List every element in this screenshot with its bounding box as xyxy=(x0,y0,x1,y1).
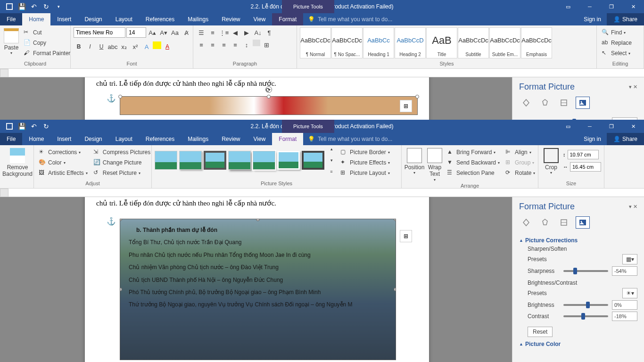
justify-icon[interactable]: ≡ xyxy=(230,40,240,50)
bring-forward-button[interactable]: ▲Bring Forward ▾ xyxy=(445,147,502,157)
qat-more-icon[interactable]: ▾ xyxy=(53,1,64,12)
grow-font-icon[interactable]: A▴ xyxy=(147,27,157,38)
show-marks-icon[interactable]: ¶ xyxy=(264,27,274,38)
tab-insert[interactable]: Insert xyxy=(50,13,78,25)
cut-button[interactable]: ✂Cut xyxy=(22,27,72,38)
tab-format[interactable]: Format xyxy=(272,133,303,145)
resize-handle[interactable] xyxy=(120,219,122,221)
find-button[interactable]: 🔍Find ▾ xyxy=(600,27,634,38)
layout-options-icon[interactable]: ⊞ xyxy=(400,230,412,242)
pane-tab-fill-icon[interactable] xyxy=(519,97,533,109)
tab-file[interactable]: File xyxy=(0,133,22,145)
tab-insert[interactable]: Insert xyxy=(50,133,78,145)
shrink-font-icon[interactable]: A▾ xyxy=(158,27,169,38)
selected-image[interactable]: ⟳ xyxy=(120,96,418,115)
ruler-horizontal[interactable] xyxy=(0,189,644,197)
reset-button[interactable]: Reset xyxy=(528,327,553,337)
word-icon[interactable] xyxy=(4,1,15,12)
align-button[interactable]: ⊫Align ▾ xyxy=(504,147,537,157)
bullets-icon[interactable]: ☰ xyxy=(196,27,206,38)
width-input[interactable]: 16.45 cm xyxy=(570,162,601,172)
selection-pane-button[interactable]: ☰Selection Pane xyxy=(445,168,502,178)
position-button[interactable]: Position▾ xyxy=(405,147,424,176)
replace-button[interactable]: abReplace xyxy=(600,38,634,48)
change-case-icon[interactable]: Aa xyxy=(170,27,180,38)
tellme-search[interactable]: 💡Tell me what you want to do... xyxy=(303,13,578,25)
strike-button[interactable]: abc xyxy=(107,41,118,52)
resize-handle[interactable] xyxy=(120,288,122,291)
tab-home[interactable]: Home xyxy=(22,133,50,145)
gallery-down-icon[interactable]: ▾ xyxy=(326,155,337,165)
resize-handle[interactable] xyxy=(394,288,396,291)
tab-layout[interactable]: Layout xyxy=(109,133,139,145)
tab-references[interactable]: References xyxy=(139,13,181,25)
save-icon[interactable]: 💾 xyxy=(16,1,27,12)
tab-layout[interactable]: Layout xyxy=(109,13,139,25)
pane-tab-layout-icon[interactable] xyxy=(557,97,571,109)
ribbon-options-icon[interactable]: ▭ xyxy=(557,120,579,133)
tab-review[interactable]: Review xyxy=(215,133,247,145)
style-item[interactable]: AaBbCcDcSubtitle xyxy=(458,27,489,58)
style-item[interactable]: AaBbCcDcSubtle Em... xyxy=(489,27,520,58)
tab-home[interactable]: Home xyxy=(22,13,50,25)
rotate-handle-icon[interactable]: ⟳ xyxy=(265,86,272,93)
section-picture-color[interactable]: ▲Picture Color xyxy=(519,341,637,347)
bold-button[interactable]: B xyxy=(74,41,84,52)
artistic-effects-button[interactable]: 🖼Artistic Effects ▾ xyxy=(37,168,90,178)
tab-design[interactable]: Design xyxy=(78,13,108,25)
numbering-icon[interactable]: ≡ xyxy=(207,27,218,38)
copy-button[interactable]: 📄Copy xyxy=(22,38,72,48)
wrap-text-button[interactable]: Wrap Text▾ xyxy=(426,147,443,183)
resize-handle[interactable] xyxy=(267,95,271,99)
tab-mailings[interactable]: Mailings xyxy=(181,13,215,25)
subscript-button[interactable]: x₂ xyxy=(119,41,129,52)
shading-icon[interactable] xyxy=(253,40,260,46)
style-item[interactable]: AaBbCcDcEmphasis xyxy=(521,27,552,58)
sharpen-presets-button[interactable]: ▦▾ xyxy=(622,254,637,264)
pic-style-item[interactable] xyxy=(253,151,275,170)
font-size-combo[interactable]: 14 xyxy=(126,27,146,38)
redo-icon[interactable]: ↻ xyxy=(41,121,52,132)
contrast-slider[interactable] xyxy=(563,315,608,317)
section-corrections[interactable]: ▲Picture Corrections xyxy=(519,237,637,244)
save-icon[interactable]: 💾 xyxy=(16,121,27,132)
picture-border-button[interactable]: ▢Picture Border ▾ xyxy=(339,147,392,157)
color-button[interactable]: 🎨Color ▾ xyxy=(37,157,90,168)
inc-indent-icon[interactable]: ▶ xyxy=(241,27,252,38)
change-picture-button[interactable]: 🔄Change Picture xyxy=(91,157,152,168)
format-painter-button[interactable]: 🖌Format Painter xyxy=(22,48,72,58)
minimize-icon[interactable]: ─ xyxy=(579,120,601,133)
picture-effects-button[interactable]: ✦Picture Effects ▾ xyxy=(339,157,392,168)
pic-style-item[interactable] xyxy=(179,151,202,170)
close-icon[interactable]: ✕ xyxy=(622,0,644,13)
tab-design[interactable]: Design xyxy=(78,133,108,145)
corrections-button[interactable]: ☀Corrections ▾ xyxy=(37,147,90,157)
font-name-combo[interactable]: Times New Ro xyxy=(74,27,125,38)
pane-tab-fill-icon[interactable] xyxy=(519,216,533,229)
gallery-up-icon[interactable]: ▴ xyxy=(326,144,337,154)
tab-format[interactable]: Format xyxy=(272,13,303,25)
signin-link[interactable]: Sign in xyxy=(578,13,607,25)
minimize-icon[interactable]: ─ xyxy=(579,0,601,13)
word-icon[interactable] xyxy=(4,121,15,132)
context-tab-picture-tools[interactable]: Picture Tools xyxy=(282,0,334,13)
align-right-icon[interactable]: ≡ xyxy=(219,40,229,50)
pane-tab-picture-icon[interactable] xyxy=(576,97,590,109)
contrast-value[interactable]: -18% xyxy=(612,312,637,321)
picture-layout-button[interactable]: ⊞Picture Layout ▾ xyxy=(339,168,392,178)
highlight-icon[interactable] xyxy=(153,41,161,49)
style-item[interactable]: AaBbCcDHeading 2 xyxy=(395,27,426,58)
style-item[interactable]: AaBbCcDc¶ No Spac... xyxy=(331,27,363,58)
remove-background-button[interactable]: Remove Background xyxy=(3,147,32,179)
tab-view[interactable]: View xyxy=(247,13,272,25)
text-effects-icon[interactable]: A xyxy=(141,41,152,52)
resize-handle[interactable] xyxy=(415,95,419,99)
group-button[interactable]: ⊞Group ▾ xyxy=(504,157,537,168)
align-left-icon[interactable]: ≡ xyxy=(196,40,206,50)
pic-style-item[interactable] xyxy=(204,151,226,170)
tellme-search[interactable]: 💡Tell me what you want to do... xyxy=(303,133,578,145)
underline-button[interactable]: U xyxy=(96,41,107,52)
pane-tab-layout-icon[interactable] xyxy=(557,216,571,229)
rotate-button[interactable]: ⟳Rotate ▾ xyxy=(504,168,537,178)
dec-indent-icon[interactable]: ◀ xyxy=(230,27,240,38)
